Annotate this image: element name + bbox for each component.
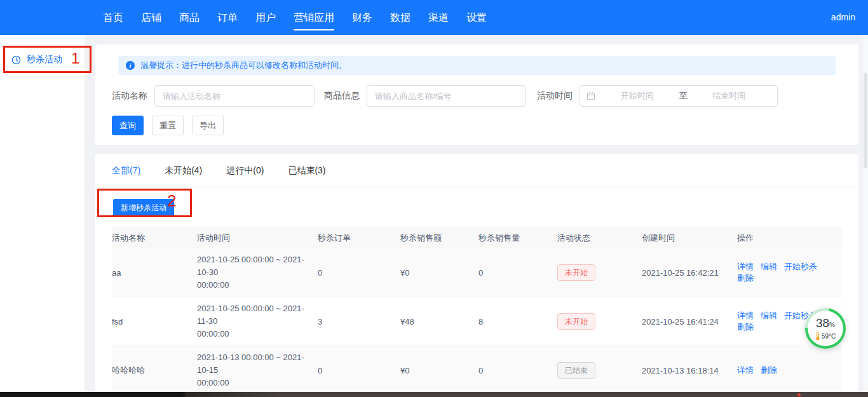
table-row: 哈哈哈哈2021-10-13 00:00:00 ~ 2021-10-1500:0… xyxy=(112,346,842,395)
reset-button[interactable]: 重置 xyxy=(152,116,184,135)
activity-name-input[interactable] xyxy=(154,85,315,107)
cell-activity-time: 2021-10-13 00:00:00 ~ 2021-10-1500:00:00 xyxy=(197,346,318,395)
calendar-icon xyxy=(587,91,595,100)
range-separator: 至 xyxy=(679,90,688,102)
status-tab[interactable]: 未开始(4) xyxy=(165,165,202,177)
annotation-number-2: 2 xyxy=(167,191,176,211)
activity-time-label: 活动时间 xyxy=(537,90,573,102)
cell-sales-amount: ¥0 xyxy=(400,346,478,395)
column-header: 创建时间 xyxy=(642,227,737,248)
column-header: 秒杀销售额 xyxy=(400,227,478,248)
status-tab[interactable]: 进行中(0) xyxy=(226,165,264,177)
cell-sales-amount: ¥48 xyxy=(400,297,478,346)
tip-text: 温馨提示：进行中的秒杀商品可以修改名称和活动时间。 xyxy=(140,60,347,71)
cell-actions: 详情编辑开始秒杀删除 xyxy=(737,248,842,297)
thermometer-icon xyxy=(815,332,820,340)
status-badge: 未开始 xyxy=(557,264,595,281)
nav-item[interactable]: 财务 xyxy=(343,0,381,35)
activity-table: 活动名称活动时间秒杀订单秒杀销售额秒杀销售量活动状态创建时间操作 aa2021-… xyxy=(112,227,842,397)
action-link[interactable]: 编辑 xyxy=(761,262,777,271)
cell-created-time: 2021-10-13 16:18:14 xyxy=(642,346,737,395)
nav-item[interactable]: 商品 xyxy=(170,0,208,35)
filter-buttons: 查询 重置 导出 xyxy=(112,116,224,135)
export-button[interactable]: 导出 xyxy=(192,116,224,135)
list-card: 全部(7)未开始(4)进行中(0)已结束(3) 新增秒杀活动 2 活动名称活动时… xyxy=(95,154,858,397)
sidebar-item-label: 秒杀活动 xyxy=(27,54,62,65)
status-tab[interactable]: 全部(7) xyxy=(112,165,140,177)
table-header-row: 活动名称活动时间秒杀订单秒杀销售额秒杀销售量活动状态创建时间操作 xyxy=(112,227,842,248)
table-row: aa2021-10-25 00:00:00 ~ 2021-10-3000:00:… xyxy=(112,248,842,297)
cell-actions: 详情删除 xyxy=(737,346,842,395)
top-nav: 首页店铺商品订单用户营销应用财务数据渠道设置 admin xyxy=(0,0,868,35)
cell-sales-amount: ¥0 xyxy=(400,248,478,297)
action-link[interactable]: 详情 xyxy=(737,262,754,271)
action-link[interactable]: 删除 xyxy=(737,273,754,283)
cell-activity-status: 未开始 xyxy=(557,297,642,346)
status-tab[interactable]: 已结束(3) xyxy=(288,165,325,177)
monitor-temperature: 59°C xyxy=(815,332,836,340)
scrollbar-thumb[interactable] xyxy=(864,73,867,168)
action-link[interactable]: 删除 xyxy=(737,322,754,332)
taskbar-edge xyxy=(0,392,868,397)
column-header: 活动状态 xyxy=(557,227,642,248)
status-badge: 已结束 xyxy=(557,362,595,379)
action-link[interactable]: 删除 xyxy=(761,365,777,375)
user-menu[interactable]: admin xyxy=(831,0,855,35)
cell-activity-status: 未开始 xyxy=(557,248,642,297)
info-icon: i xyxy=(126,61,135,70)
monitor-widget[interactable]: 38% 59°C xyxy=(805,308,846,349)
cell-sales-volume: 8 xyxy=(478,297,557,346)
action-link[interactable]: 开始秒杀 xyxy=(784,262,817,271)
monitor-percent: 38% xyxy=(816,317,835,332)
scrollbar[interactable] xyxy=(863,35,868,392)
cell-activity-time: 2021-10-25 00:00:00 ~ 2021-10-3000:00:00 xyxy=(197,248,318,297)
search-button[interactable]: 查询 xyxy=(112,116,144,135)
status-tabs: 全部(7)未开始(4)进行中(0)已结束(3) xyxy=(95,154,858,187)
action-link[interactable]: 详情 xyxy=(737,365,754,375)
cell-activity-name: aa xyxy=(112,248,197,297)
clock-icon xyxy=(11,55,21,65)
nav-item[interactable]: 设置 xyxy=(458,0,496,35)
nav-menu: 首页店铺商品订单用户营销应用财务数据渠道设置 xyxy=(94,0,868,35)
nav-item[interactable]: 用户 xyxy=(247,0,285,35)
cell-sales-volume: 0 xyxy=(478,248,557,297)
annotation-number-1: 1 xyxy=(71,50,79,67)
product-info-input[interactable] xyxy=(367,85,526,107)
cell-activity-time: 2021-10-25 00:00:00 ~ 2021-11-3000:00:00 xyxy=(197,297,318,346)
taskbar-notification-dot xyxy=(797,393,801,396)
cell-activity-name: fsd xyxy=(112,297,197,346)
sidebar: 秒杀活动 xyxy=(0,35,85,392)
cell-activity-name: 哈哈哈哈 xyxy=(112,346,197,395)
add-seckill-button[interactable]: 新增秒杀活动 xyxy=(113,199,174,217)
activity-name-label: 活动名称 xyxy=(112,90,147,102)
tip-alert: i 温馨提示：进行中的秒杀商品可以修改名称和活动时间。 xyxy=(118,56,836,75)
start-time-placeholder[interactable]: 开始时间 xyxy=(595,90,679,102)
action-link[interactable]: 详情 xyxy=(737,311,754,320)
status-badge: 未开始 xyxy=(557,313,595,330)
nav-item[interactable]: 订单 xyxy=(208,0,247,35)
filter-card: i 温馨提示：进行中的秒杀商品可以修改名称和活动时间。 活动名称 商品信息 活动… xyxy=(95,44,858,145)
action-link[interactable]: 编辑 xyxy=(761,311,777,320)
column-header: 活动时间 xyxy=(197,227,318,248)
nav-item[interactable]: 营销应用 xyxy=(285,0,343,35)
cell-seckill-orders: 0 xyxy=(318,248,400,297)
cell-created-time: 2021-10-25 16:42:21 xyxy=(642,248,737,297)
cell-seckill-orders: 0 xyxy=(318,346,400,395)
cell-seckill-orders: 3 xyxy=(318,297,400,346)
date-range-picker[interactable]: 开始时间 至 结束时间 xyxy=(580,85,778,107)
column-header: 秒杀销售量 xyxy=(478,227,557,248)
column-header: 操作 xyxy=(737,227,842,248)
column-header: 秒杀订单 xyxy=(318,227,400,248)
cell-created-time: 2021-10-25 16:41:24 xyxy=(642,297,737,346)
nav-item[interactable]: 店铺 xyxy=(132,0,170,35)
nav-item[interactable]: 数据 xyxy=(381,0,419,35)
cell-activity-status: 已结束 xyxy=(557,346,642,395)
nav-item[interactable]: 首页 xyxy=(94,0,132,35)
nav-item[interactable]: 渠道 xyxy=(419,0,458,35)
product-info-label: 商品信息 xyxy=(324,90,360,102)
monitor-face: 38% 59°C xyxy=(808,311,843,346)
cell-sales-volume: 0 xyxy=(478,346,557,395)
column-header: 活动名称 xyxy=(112,227,197,248)
end-time-placeholder[interactable]: 结束时间 xyxy=(688,90,771,102)
table-row: fsd2021-10-25 00:00:00 ~ 2021-11-3000:00… xyxy=(112,297,842,346)
